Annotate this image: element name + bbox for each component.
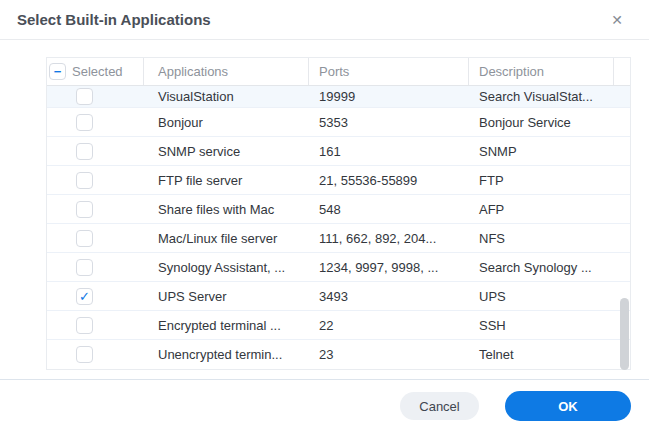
cell-selected: ✓ [47, 288, 144, 305]
cell-application: SNMP service [144, 144, 309, 159]
applications-table: − Selected Applications Ports Descriptio… [46, 57, 631, 370]
cell-selected [47, 230, 144, 247]
vertical-scrollbar-thumb[interactable] [620, 298, 629, 370]
cell-ports: 1234, 9997, 9998, ... [309, 260, 469, 275]
row-checkbox[interactable] [76, 317, 93, 334]
row-checkbox[interactable] [76, 230, 93, 247]
cell-selected [47, 88, 144, 105]
ok-button[interactable]: OK [505, 391, 631, 421]
cell-ports: 548 [309, 202, 469, 217]
row-checkbox[interactable] [76, 143, 93, 160]
close-icon[interactable]: ✕ [607, 10, 627, 30]
row-checkbox[interactable] [76, 259, 93, 276]
footer-divider [0, 379, 649, 380]
cell-description: Telnet [469, 347, 614, 362]
cell-ports: 21, 55536-55899 [309, 173, 469, 188]
column-header-applications[interactable]: Applications [144, 58, 309, 85]
cell-description: FTP [469, 173, 614, 188]
cell-selected [47, 317, 144, 334]
table-row[interactable]: Bonjour 5353 Bonjour Service [47, 108, 630, 137]
table-row[interactable]: Synology Assistant, ... 1234, 9997, 9998… [47, 253, 630, 282]
table-row[interactable]: SNMP service 161 SNMP [47, 137, 630, 166]
table-row[interactable]: Unencrypted termin... 23 Telnet [47, 340, 630, 369]
cell-application: UPS Server [144, 289, 309, 304]
row-checkbox[interactable] [76, 114, 93, 131]
cell-description: SSH [469, 318, 614, 333]
cancel-button[interactable]: Cancel [400, 392, 479, 420]
cell-ports: 23 [309, 347, 469, 362]
cell-application: VisualStation [144, 89, 309, 104]
cell-application: Bonjour [144, 115, 309, 130]
table-body: VisualStation 19999 Search VisualStat...… [47, 86, 630, 369]
row-checkbox[interactable]: ✓ [76, 288, 93, 305]
table-row[interactable]: ✓ UPS Server 3493 UPS [47, 282, 630, 311]
cell-ports: 19999 [309, 89, 469, 104]
checkbox-check-icon: ✓ [79, 290, 90, 303]
table-header-row: − Selected Applications Ports Descriptio… [47, 58, 630, 86]
cell-application: Encrypted terminal ... [144, 318, 309, 333]
cell-description: Search Synology ... [469, 260, 614, 275]
cell-ports: 161 [309, 144, 469, 159]
cell-description: Bonjour Service [469, 115, 614, 130]
cell-application: Mac/Linux file server [144, 231, 309, 246]
cell-ports: 111, 662, 892, 204... [309, 231, 469, 246]
cell-selected [47, 143, 144, 160]
column-header-selected-label: Selected [72, 64, 123, 79]
table-row[interactable]: VisualStation 19999 Search VisualStat... [47, 86, 630, 108]
cell-ports: 3493 [309, 289, 469, 304]
column-header-description[interactable]: Description [469, 58, 614, 85]
cell-application: FTP file server [144, 173, 309, 188]
row-checkbox[interactable] [76, 346, 93, 363]
dialog-window: Select Built-in Applications ✕ − Selecte… [0, 0, 649, 427]
indeterminate-icon: − [54, 65, 62, 78]
table-row[interactable]: Mac/Linux file server 111, 662, 892, 204… [47, 224, 630, 253]
cell-ports: 22 [309, 318, 469, 333]
cell-description: UPS [469, 289, 614, 304]
row-checkbox[interactable] [76, 172, 93, 189]
table-row[interactable]: Share files with Mac 548 AFP [47, 195, 630, 224]
cell-description: NFS [469, 231, 614, 246]
cell-application: Synology Assistant, ... [144, 260, 309, 275]
cell-description: SNMP [469, 144, 614, 159]
cell-selected [47, 172, 144, 189]
table-row[interactable]: Encrypted terminal ... 22 SSH [47, 311, 630, 340]
row-checkbox[interactable] [76, 88, 93, 105]
cell-description: Search VisualStat... [469, 89, 614, 104]
cell-description: AFP [469, 202, 614, 217]
table-header-gutter [614, 58, 630, 85]
cell-selected [47, 346, 144, 363]
cell-ports: 5353 [309, 115, 469, 130]
column-header-selected[interactable]: − Selected [47, 58, 144, 85]
dialog-titlebar: Select Built-in Applications ✕ [0, 0, 649, 40]
cell-selected [47, 259, 144, 276]
column-header-ports[interactable]: Ports [309, 58, 469, 85]
cell-selected [47, 201, 144, 218]
select-all-checkbox[interactable]: − [49, 63, 66, 80]
table-row[interactable]: FTP file server 21, 55536-55899 FTP [47, 166, 630, 195]
row-checkbox[interactable] [76, 201, 93, 218]
cell-application: Unencrypted termin... [144, 347, 309, 362]
cell-application: Share files with Mac [144, 202, 309, 217]
dialog-title: Select Built-in Applications [17, 11, 211, 28]
cell-selected [47, 114, 144, 131]
